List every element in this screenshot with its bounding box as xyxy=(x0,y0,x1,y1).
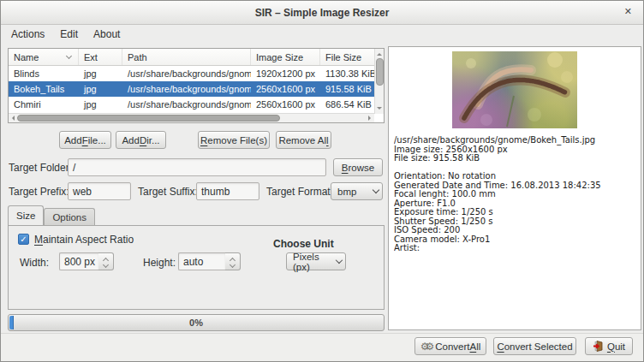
progress-value: 0% xyxy=(189,317,203,328)
spin-down-icon[interactable] xyxy=(103,262,109,268)
remove-files-button[interactable]: Remove File(s) xyxy=(198,131,270,149)
tab-options[interactable]: Options xyxy=(44,208,95,225)
quit-door-icon xyxy=(593,341,604,352)
progress-fill xyxy=(9,316,14,329)
menu-actions[interactable]: Actions xyxy=(3,26,52,43)
table-row[interactable]: Chmiri jpg /usr/share/backgrounds/gnome … xyxy=(9,97,375,112)
convert-selected-button[interactable]: Convert Selected xyxy=(493,337,576,355)
foxtail-illustration xyxy=(452,51,577,128)
detail-line: Artist: xyxy=(394,244,637,253)
vertical-scrollbar[interactable] xyxy=(374,49,384,114)
detail-line: File size: 915.58 KiB xyxy=(394,154,637,163)
browse-button[interactable]: Browse xyxy=(333,158,383,176)
detail-line: Camera model: X-Pro1 xyxy=(394,235,637,245)
table-row-selected[interactable]: Bokeh_Tails jpg /usr/share/backgrounds/g… xyxy=(9,81,375,97)
scroll-down-icon[interactable] xyxy=(377,107,382,112)
sort-chevron-icon xyxy=(66,52,72,58)
detail-line xyxy=(394,163,637,173)
menubar: Actions Edit About xyxy=(1,24,643,44)
horizontal-scroll-thumb[interactable] xyxy=(17,115,280,122)
spin-buttons[interactable] xyxy=(98,252,114,270)
unit-select[interactable]: Pixels (px) xyxy=(286,252,346,270)
progress-bar: 0% xyxy=(8,314,385,331)
detail-line: Exposure time: 1/250 s xyxy=(394,208,637,217)
tab-size[interactable]: Size xyxy=(8,205,44,225)
column-header-path[interactable]: Path xyxy=(122,49,251,65)
target-folder-input[interactable]: / xyxy=(68,158,326,176)
close-icon[interactable]: ✕ xyxy=(624,6,632,17)
target-folder-label: Target Folder: xyxy=(9,162,72,174)
menu-about[interactable]: About xyxy=(86,26,128,43)
column-header-ext[interactable]: Ext xyxy=(79,49,122,65)
detail-line: Shutter Speed: 1/250 s xyxy=(394,217,637,227)
column-header-file-size[interactable]: File Size xyxy=(320,49,375,65)
image-preview xyxy=(452,51,577,128)
detail-line: Generated Date and Time: 16.08.2013 18:4… xyxy=(394,181,637,191)
add-file-button[interactable]: Add File... xyxy=(59,131,111,149)
target-prefix-input[interactable]: web xyxy=(68,182,131,200)
horizontal-scrollbar[interactable] xyxy=(9,113,374,122)
height-stepper[interactable]: auto xyxy=(178,252,241,270)
menu-edit[interactable]: Edit xyxy=(52,26,86,43)
target-prefix-label: Target Prefix: xyxy=(9,186,69,198)
target-suffix-label: Target Suffix: xyxy=(138,186,198,198)
table-row[interactable]: Blinds jpg /usr/share/backgrounds/gnome … xyxy=(9,66,375,81)
detail-line: ISO Speed: 200 xyxy=(394,226,637,235)
tab-bar: Size Options xyxy=(8,205,95,225)
spin-buttons[interactable] xyxy=(225,252,241,270)
choose-unit-label: Choose Unit xyxy=(273,238,334,250)
preview-panel: /usr/share/backgrounds/gnome/Bokeh_Tails… xyxy=(388,46,641,330)
vertical-scroll-thumb[interactable] xyxy=(376,58,384,86)
add-dir-button[interactable]: Add Dir... xyxy=(116,131,166,149)
column-header-image-size[interactable]: Image Size xyxy=(251,49,320,65)
detail-line: Aperture: F1.0 xyxy=(394,199,637,209)
maintain-aspect-ratio-label: Maintain Aspect Ratio xyxy=(34,234,134,246)
scroll-right-icon[interactable] xyxy=(368,116,373,121)
remove-all-button[interactable]: Remove All xyxy=(276,131,331,149)
target-format-select[interactable]: bmp xyxy=(331,182,383,200)
width-label: Width: xyxy=(20,257,49,269)
file-table: Name Ext Path Image Size File Size Blind… xyxy=(8,48,385,123)
detail-line: Image size: 2560x1600 px xyxy=(394,145,637,155)
titlebar[interactable]: SIR – Simple Image Resizer ✕ xyxy=(1,1,643,25)
scroll-left-icon[interactable] xyxy=(9,116,15,121)
check-icon: ✓ xyxy=(20,235,27,244)
gears-icon: ⚙⚙ xyxy=(420,341,431,352)
detail-line: Orientation: No rotation xyxy=(394,172,637,181)
height-label: Height: xyxy=(143,257,176,269)
window-title: SIR – Simple Image Resizer xyxy=(255,7,390,19)
column-header-name[interactable]: Name xyxy=(9,49,79,65)
chevron-down-icon xyxy=(373,187,379,193)
detail-line: Focal lenght: 100.0 mm xyxy=(394,190,637,199)
quit-button[interactable]: Quit xyxy=(585,337,633,355)
spin-down-icon[interactable] xyxy=(230,262,236,268)
width-stepper[interactable]: 800 px xyxy=(59,252,114,270)
detail-line: /usr/share/backgrounds/gnome/Bokeh_Tails… xyxy=(394,136,637,145)
table-header: Name Ext Path Image Size File Size xyxy=(9,49,375,66)
file-details: /usr/share/backgrounds/gnome/Bokeh_Tails… xyxy=(394,136,637,253)
target-suffix-input[interactable]: thumb xyxy=(196,182,259,200)
target-format-label: Target Format: xyxy=(266,186,333,198)
maintain-aspect-ratio-checkbox[interactable]: ✓ xyxy=(18,234,29,245)
app-window: SIR – Simple Image Resizer ✕ Actions Edi… xyxy=(0,0,644,362)
scroll-up-icon[interactable] xyxy=(377,50,382,56)
convert-all-button[interactable]: ⚙⚙ Convert All xyxy=(414,337,486,355)
table-body: Blinds jpg /usr/share/backgrounds/gnome … xyxy=(9,66,375,116)
